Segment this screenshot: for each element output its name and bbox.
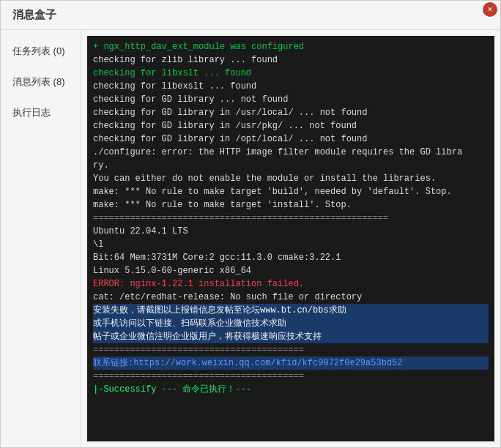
terminal-line: checking for libexslt ... found	[93, 80, 489, 93]
terminal-line: |-Successify --- 命令已执行！---	[93, 383, 489, 396]
terminal-line: Ubuntu 22.04.1 LTS	[93, 225, 489, 238]
main-panel: + ngx_http_dav_ext_module was configured…	[81, 30, 500, 447]
terminal-line: You can either do not enable the module …	[93, 172, 489, 185]
sidebar-item-task-list[interactable]: 任务列表 (0)	[1, 36, 81, 67]
sidebar-item-message-list[interactable]: 消息列表 (8)	[1, 67, 81, 97]
terminal-output[interactable]: + ngx_http_dav_ext_module was configured…	[87, 36, 494, 441]
terminal-line: make: *** No rule to make target 'build'…	[93, 185, 489, 198]
message-list-label: 消息列表 (8)	[12, 76, 65, 87]
terminal-line: checking for libxslt ... found	[93, 67, 489, 80]
terminal-line: ERROR: nginx-1.22.1 installation failed.	[93, 277, 489, 291]
content-layout: 任务列表 (0) 消息列表 (8) 执行日志 + ngx_http_dav_ex…	[1, 30, 500, 447]
terminal-line: Linux 5.15.0-60-generic x86_64	[93, 264, 489, 277]
title-text: 消息盒子	[12, 8, 56, 20]
exec-log-label: 执行日志	[12, 107, 51, 118]
terminal-line: ========================================…	[93, 212, 489, 225]
terminal-line: checking for GD library ... not found	[93, 93, 489, 106]
sidebar: 任务列表 (0) 消息列表 (8) 执行日志	[1, 30, 81, 447]
sidebar-item-exec-log[interactable]: 执行日志	[1, 97, 81, 128]
terminal-line: ========================================	[93, 370, 489, 383]
terminal-line: Bit:64 Mem:3731M Core:2 gcc:11.3.0 cmake…	[93, 251, 489, 264]
task-list-label: 任务列表 (0)	[12, 45, 65, 56]
terminal-line: 安装失败，请截图以上报错信息发帖至论坛www.bt.cn/bbs求助 或手机访问…	[93, 304, 489, 343]
terminal-line: checking for GD library in /usr/pkg/ ...…	[93, 119, 489, 132]
terminal-line: checking for GD library in /usr/local/ .…	[93, 106, 489, 119]
window-title: 消息盒子	[1, 1, 500, 30]
terminal-line: cat: /etc/redhat-release: No such file o…	[93, 291, 489, 304]
terminal-line: checking for zlib library ... found	[93, 53, 489, 67]
terminal-line: ./configure: error: the HTTP image filte…	[93, 146, 489, 172]
terminal-line: ========================================	[93, 343, 489, 356]
main-window: × 消息盒子 任务列表 (0) 消息列表 (8) 执行日志 + ngx_http…	[0, 0, 501, 448]
close-button[interactable]: ×	[483, 2, 497, 17]
terminal-line: 联系链接:https://work.weixin.qq.com/kfid/kfc…	[93, 356, 489, 370]
terminal-line: make: *** No rule to make target 'instal…	[93, 198, 489, 212]
close-icon: ×	[487, 4, 492, 15]
terminal-line: + ngx_http_dav_ext_module was configured	[93, 40, 489, 53]
terminal-line: checking for GD library in /opt/local/ .…	[93, 132, 489, 146]
terminal-line: \l	[93, 238, 489, 251]
